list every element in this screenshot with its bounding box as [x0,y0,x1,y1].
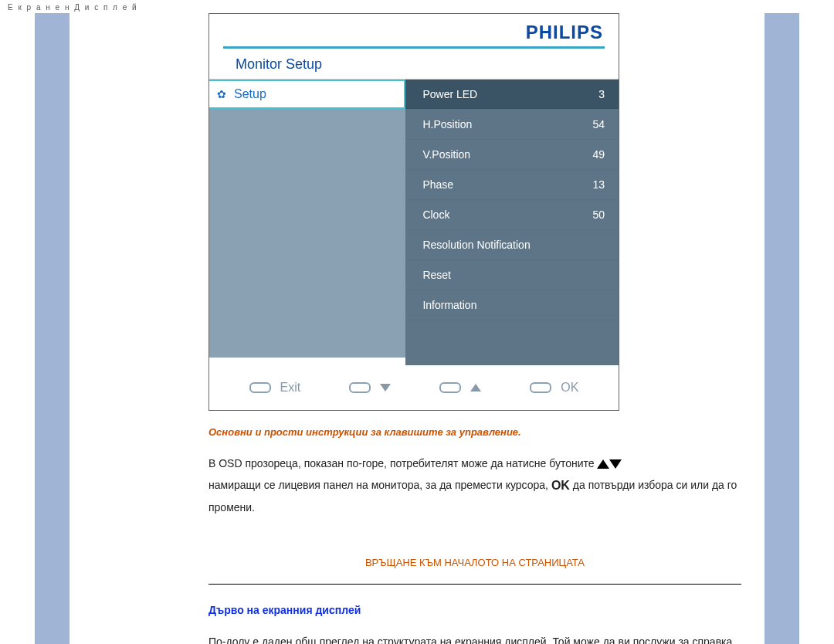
osd-row-label: Phase [422,178,453,191]
paragraph-2: По-долу е даден общ преглед на структура… [208,632,741,644]
setup-label: Setup [234,87,266,101]
osd-screenshot: PHILIPS Monitor Setup ✿ Setup Power LED3… [208,13,619,411]
osd-button-bar: Exit OK [209,365,619,410]
brand-logo: PHILIPS [526,22,603,43]
osd-selected-item: ✿ Setup [209,80,405,109]
right-stripe [764,13,799,644]
osd-row: Power LED3 [405,80,619,110]
back-to-top-link[interactable]: ВРЪЩАНЕ КЪМ НАЧАЛОТО НА СТРАНИЦАТА [208,557,741,568]
p1a: В OSD прозореца, показан по-горе, потреб… [208,457,597,469]
osd-left-pane: ✿ Setup [209,79,405,365]
left-stripe [35,13,70,644]
osd-row: Resolution Notification [405,230,619,260]
down-button [349,382,391,393]
osd-row-fill [405,320,619,365]
separator [208,584,741,585]
ok-button: OK [530,381,578,395]
paragraph-1: В OSD прозореца, показан по-горе, потреб… [208,453,741,518]
osd-row-value: 13 [592,178,605,191]
osd-row-label: H.Position [422,118,472,130]
osd-right-pane: Power LED3 H.Position54 V.Position49 Pha… [405,79,619,365]
exit-label: Exit [280,381,301,395]
osd-row: H.Position54 [405,110,619,140]
p1b: намиращи се лицевия панел на монитора, з… [208,479,551,491]
gear-icon: ✿ [217,88,226,100]
triangle-down-icon [609,459,622,469]
osd-row-label: Reset [422,269,451,281]
osd-row: Clock50 [405,200,619,230]
triangle-down-icon [380,384,391,391]
osd-title: Monitor Setup [209,49,619,79]
gap [70,13,208,644]
triangle-up-icon [597,459,609,469]
pill-icon [439,382,461,393]
pill-icon [249,382,271,393]
triangle-up-icon [470,384,481,391]
osd-row-label: V.Position [422,148,470,161]
content-column: PHILIPS Monitor Setup ✿ Setup Power LED3… [208,13,764,644]
ok-inline: OK [551,479,570,492]
tree-heading: Дърво на екранния дисплей [208,604,741,616]
osd-panes: ✿ Setup Power LED3 H.Position54 V.Positi… [209,79,619,365]
osd-row-value: 3 [598,88,605,100]
osd-row: Information [405,290,619,320]
exit-button: Exit [249,381,301,395]
osd-row: Reset [405,260,619,290]
osd-row-label: Power LED [422,88,477,100]
pill-icon [530,382,551,393]
osd-row-value: 49 [592,148,605,161]
instructions-heading: Основни и прости инструкции за клавишите… [208,426,741,438]
osd-row-label: Resolution Notification [422,239,530,251]
logo-bar: PHILIPS [209,14,619,46]
page-header: Е к р а н е н Д и с п л е й [0,0,834,13]
osd-row-value: 54 [592,118,605,130]
osd-row: V.Position49 [405,140,619,170]
text-wrap: Основни и прости инструкции за клавишите… [208,426,764,644]
up-button [439,382,481,393]
osd-row-label: Information [422,299,476,311]
osd-row: Phase13 [405,170,619,200]
ok-label: OK [561,381,578,395]
osd-row-label: Clock [422,208,449,221]
page-body: PHILIPS Monitor Setup ✿ Setup Power LED3… [0,13,834,644]
pill-icon [349,382,371,393]
osd-row-value: 50 [592,208,605,221]
left-fill [209,109,405,358]
